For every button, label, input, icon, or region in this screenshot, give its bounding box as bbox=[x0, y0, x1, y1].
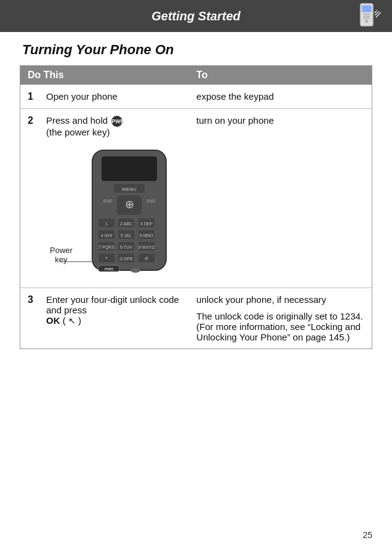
row2-do-text: Press and hold PWR (the power key) bbox=[46, 115, 124, 137]
row3-do-cell: 3 Enter your four-digit unlock code and … bbox=[20, 288, 190, 349]
svg-text:0 OPR: 0 OPR bbox=[119, 257, 132, 261]
row1-do-cell: 1 Open your phone bbox=[20, 85, 190, 109]
svg-rect-1 bbox=[362, 6, 372, 12]
svg-rect-10 bbox=[102, 156, 157, 181]
power-key-label: Power key bbox=[50, 246, 73, 264]
phone-header-icon bbox=[351, 2, 381, 32]
row3-number: 3 bbox=[28, 294, 42, 305]
ok-arrow-icon: ↗ bbox=[68, 316, 76, 326]
table-row: 3 Enter your four-digit unlock code and … bbox=[20, 288, 372, 349]
table-row: 1 Open your phone expose the keypad bbox=[20, 85, 372, 109]
col-to-header: To bbox=[189, 66, 372, 85]
svg-rect-5 bbox=[363, 18, 370, 19]
pwr-key-icon: PWR bbox=[111, 116, 122, 127]
svg-text:9 WXYZ: 9 WXYZ bbox=[138, 245, 155, 249]
svg-line-6 bbox=[374, 10, 377, 14]
svg-text:MENU: MENU bbox=[122, 187, 137, 192]
svg-text:1: 1 bbox=[105, 222, 108, 226]
page-number: 25 bbox=[362, 530, 372, 540]
page-header: Getting Started bbox=[0, 0, 392, 32]
svg-rect-4 bbox=[363, 16, 370, 17]
svg-text:5 JKL: 5 JKL bbox=[121, 233, 132, 238]
svg-text:*: * bbox=[105, 255, 108, 262]
phone-keypad-image: MENU ⊕ END SND 1 2 ABC 3 bbox=[80, 147, 178, 276]
row2-do-cell: 2 Press and hold PWR (the power key) Pow… bbox=[20, 109, 190, 288]
instructions-table: Do This To 1 Open your phone expose the … bbox=[20, 65, 372, 349]
svg-text:SND: SND bbox=[146, 199, 156, 203]
svg-text:END: END bbox=[103, 199, 113, 203]
svg-text:6 MNO: 6 MNO bbox=[140, 233, 154, 238]
row3-to-text2: The unlock code is originally set to 123… bbox=[196, 311, 364, 342]
row2-to-cell: turn on your phone bbox=[189, 109, 372, 288]
ok-label: OK bbox=[46, 315, 60, 326]
svg-text:3 DEF: 3 DEF bbox=[140, 222, 153, 226]
svg-text:PWR: PWR bbox=[105, 267, 114, 271]
svg-text:7 PQRS: 7 PQRS bbox=[98, 245, 114, 250]
svg-point-43 bbox=[130, 268, 140, 273]
row3-to-cell: unlock your phone, if necessary The unlo… bbox=[189, 288, 372, 349]
row2-number: 2 bbox=[28, 115, 42, 126]
svg-point-2 bbox=[365, 20, 368, 23]
row2-to-text: turn on your phone bbox=[196, 115, 274, 126]
svg-text:4 GHI: 4 GHI bbox=[101, 233, 112, 238]
col-do-header: Do This bbox=[20, 66, 190, 85]
header-title: Getting Started bbox=[151, 9, 240, 23]
page-title: Turning Your Phone On bbox=[0, 32, 392, 65]
row1-number: 1 bbox=[28, 91, 42, 102]
svg-text:2 ABC: 2 ABC bbox=[120, 222, 132, 226]
phone-image-area: Power key MENU ⊕ bbox=[28, 142, 182, 281]
svg-rect-3 bbox=[363, 14, 370, 15]
svg-text:8 TUV: 8 TUV bbox=[120, 245, 132, 249]
table-header-row: Do This To bbox=[20, 66, 372, 85]
row1-do-text: Open your phone bbox=[46, 91, 118, 102]
svg-text:⊕: ⊕ bbox=[125, 198, 134, 211]
row3-to-text1: unlock your phone, if necessary bbox=[196, 294, 364, 305]
table-row: 2 Press and hold PWR (the power key) Pow… bbox=[20, 109, 372, 288]
svg-text:#: # bbox=[145, 255, 148, 262]
row3-do-text: Enter your four-digit unlock code and pr… bbox=[46, 294, 182, 326]
row1-to-cell: expose the keypad bbox=[189, 85, 372, 109]
